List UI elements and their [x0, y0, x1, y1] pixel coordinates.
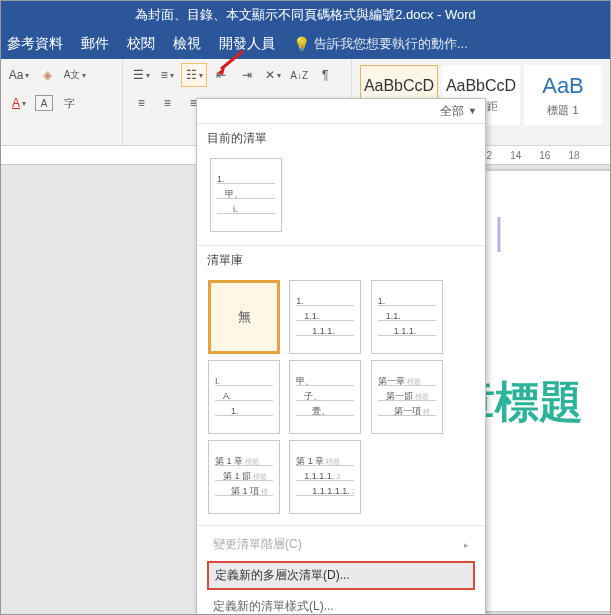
- tab-references[interactable]: 參考資料: [7, 35, 63, 53]
- list-library-gallery: 無 1. 1.1. 1.1.1. 1. 1.1. 1.1.1. I. A. 1.…: [197, 273, 485, 526]
- phonetic-guide-button[interactable]: A文▾: [63, 64, 87, 86]
- tab-mailings[interactable]: 郵件: [81, 35, 109, 53]
- chevron-down-icon: ▼: [468, 106, 477, 116]
- tell-me-text: 告訴我您想要執行的動作...: [314, 35, 468, 53]
- define-new-multilevel-item[interactable]: 定義新的多層次清單(D)...: [207, 561, 475, 590]
- dropdown-filter[interactable]: 全部 ▼: [197, 99, 485, 124]
- bullets-button[interactable]: ☰▾: [129, 64, 153, 86]
- char-border-button[interactable]: A: [35, 95, 53, 111]
- lightbulb-icon: 💡: [293, 36, 310, 52]
- clear-format-button[interactable]: ◈: [35, 64, 59, 86]
- align-left-button[interactable]: ≡: [129, 92, 153, 114]
- list-tile-chapter-num[interactable]: 第 1 章標題 第 1 節標題 第 1 項標: [208, 440, 280, 514]
- list-tile-roman[interactable]: I. A. 1.: [208, 360, 280, 434]
- multilevel-list-dropdown: 全部 ▼ 目前的清單 1. 甲、 i. 清單庫 無 1. 1.1. 1.1.1.…: [196, 98, 486, 615]
- change-list-level-item: 變更清單階層(C) ▸: [197, 530, 485, 559]
- font-color-button[interactable]: A▾: [7, 92, 31, 114]
- define-new-list-style-item[interactable]: 定義新的清單樣式(L)...: [197, 592, 485, 615]
- asian-layout-button[interactable]: ✕▾: [261, 64, 285, 86]
- decrease-indent-button[interactable]: ⇤: [209, 64, 233, 86]
- list-tile-chinese[interactable]: 甲、 子、 壹、: [289, 360, 361, 434]
- dropdown-menu: 變更清單階層(C) ▸ 定義新的多層次清單(D)... 定義新的清單樣式(L).…: [197, 526, 485, 615]
- doc-title: 為封面、目錄、本文顯示不同頁碼格式與編號2.docx - Word: [135, 6, 476, 24]
- numbering-button[interactable]: ≡▾: [155, 64, 179, 86]
- increase-indent-button[interactable]: ⇥: [235, 64, 259, 86]
- title-bar: 為封面、目錄、本文顯示不同頁碼格式與編號2.docx - Word: [1, 1, 610, 29]
- list-library-header: 清單庫: [197, 246, 485, 273]
- list-tile-numeric[interactable]: 1. 1.1. 1.1.1.: [289, 280, 361, 354]
- style-label: 標題 1: [547, 103, 578, 118]
- current-list-header: 目前的清單: [197, 124, 485, 151]
- char-shading-button[interactable]: 字: [57, 92, 81, 114]
- menu-bar: 參考資料 郵件 校閱 檢視 開發人員 💡 告訴我您想要執行的動作...: [1, 29, 610, 59]
- list-tile-none[interactable]: 無: [208, 280, 280, 354]
- tell-me[interactable]: 💡 告訴我您想要執行的動作...: [293, 35, 468, 53]
- tab-review[interactable]: 校閱: [127, 35, 155, 53]
- font-group: Aa▾ ◈ A文▾ A▾ A 字: [1, 59, 123, 145]
- align-center-button[interactable]: ≡: [155, 92, 179, 114]
- list-tile-numeric-2[interactable]: 1. 1.1. 1.1.1.: [371, 280, 443, 354]
- current-list-tile[interactable]: 1. 甲、 i.: [210, 158, 282, 232]
- list-tile-chapter-zh[interactable]: 第一章標題 第一節標題 第一項標: [371, 360, 443, 434]
- style-heading1[interactable]: AaB 標題 1: [524, 65, 602, 125]
- multilevel-list-button[interactable]: ☷▾: [181, 63, 207, 87]
- show-marks-button[interactable]: ¶: [313, 64, 337, 86]
- sort-button[interactable]: A↓Z: [287, 64, 311, 86]
- list-tile-chapter-decimal[interactable]: 第 1 章標題 1.1.1.1.2 1.1.1.1.1.3: [289, 440, 361, 514]
- change-case-button[interactable]: Aa▾: [7, 64, 31, 86]
- tab-view[interactable]: 檢視: [173, 35, 201, 53]
- tab-developer[interactable]: 開發人員: [219, 35, 275, 53]
- paragraph-marks: ||: [471, 211, 611, 253]
